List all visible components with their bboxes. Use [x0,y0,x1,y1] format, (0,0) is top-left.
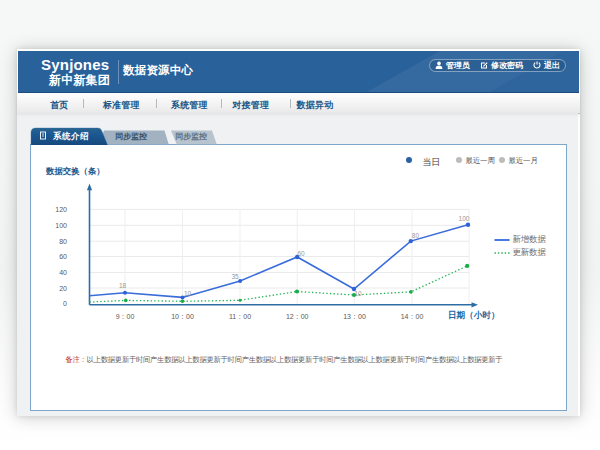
svg-text:系统介绍: 系统介绍 [52,131,89,141]
svg-text:11：00: 11：00 [228,312,250,319]
svg-text:35: 35 [231,272,239,279]
svg-text:10: 10 [354,289,362,296]
svg-text:同步监控: 同步监控 [115,132,147,141]
svg-text:13：00: 13：00 [343,312,366,319]
svg-text:20: 20 [59,284,67,291]
svg-text:18: 18 [118,281,126,288]
svg-text:0: 0 [63,300,67,307]
svg-text:日期（小时）: 日期（小时） [448,310,500,320]
svg-text:同步监控: 同步监控 [175,132,207,141]
svg-text:120: 120 [55,205,67,212]
svg-text:14：00: 14：00 [400,312,423,319]
svg-text:100: 100 [458,214,469,221]
svg-text:80: 80 [59,237,67,244]
svg-text:10：00: 10：00 [171,312,194,319]
svg-text:60: 60 [297,249,305,256]
svg-text:40: 40 [59,269,67,276]
svg-text:12：00: 12：00 [285,312,308,319]
svg-text:100: 100 [55,221,67,228]
svg-text:80: 80 [411,231,419,238]
svg-text:9：00: 9：00 [115,312,134,319]
svg-text:10: 10 [183,289,191,296]
svg-text:60: 60 [59,253,67,260]
